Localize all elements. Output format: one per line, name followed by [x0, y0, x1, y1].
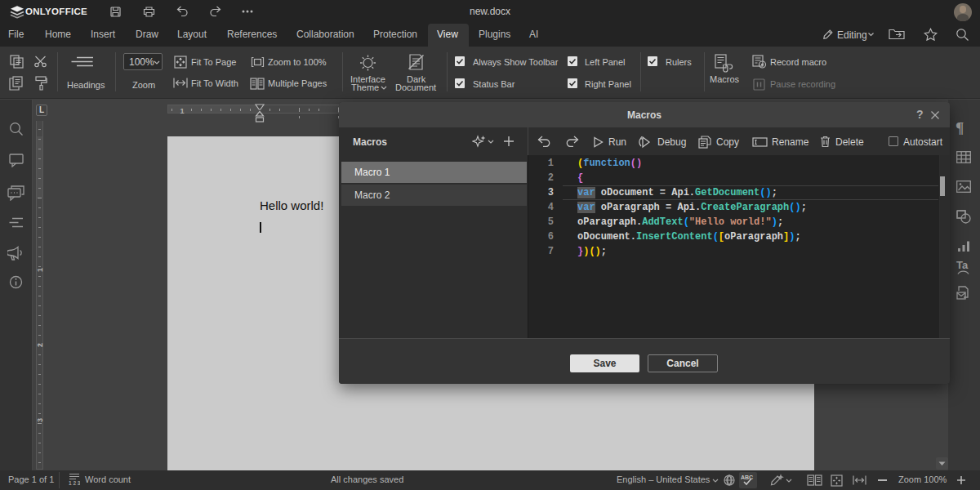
svg-text:3: 3 [36, 418, 44, 422]
svg-text:2: 2 [36, 343, 44, 347]
svg-text:1: 1 [36, 268, 44, 272]
svg-text:1: 1 [180, 107, 185, 115]
svg-text:1 2 3: 1 2 3 [69, 480, 80, 486]
